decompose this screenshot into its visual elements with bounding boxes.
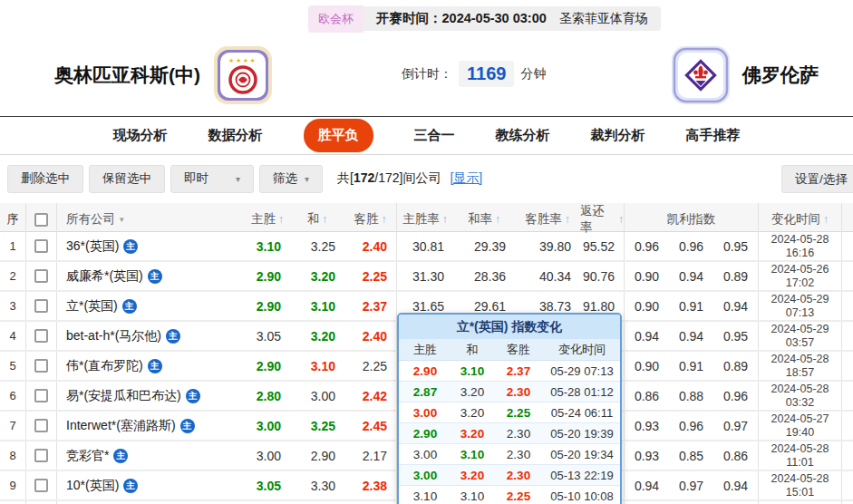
row-checkbox[interactable] (34, 389, 48, 402)
col-away-odds[interactable]: 客胜↑ (344, 203, 396, 236)
select-all-checkbox[interactable] (34, 213, 48, 227)
popup-col-home: 主胜 (399, 342, 451, 358)
row-checkbox[interactable] (34, 359, 48, 373)
rate-home: 31.30 (396, 262, 453, 290)
col-change-time[interactable]: 变化时间↑ (758, 203, 841, 236)
kelly-away: 0.96 (713, 382, 758, 410)
kelly-draw: 0.94 (669, 322, 713, 350)
row-checkbox[interactable] (34, 269, 48, 283)
col-company[interactable]: 所有公司▾ (56, 203, 245, 236)
tab-win-draw-lose[interactable]: 胜平负 (304, 119, 373, 152)
odds-away: 2.38 (344, 471, 396, 499)
home-marker-icon[interactable]: 主 (148, 359, 162, 373)
show-link[interactable]: [显示] (450, 170, 482, 187)
countdown-value: 1169 (459, 61, 514, 87)
col-draw-odds[interactable]: 和↑ (290, 203, 344, 236)
kelly-home: 0.94 (624, 471, 669, 499)
company-name[interactable]: 易*(安提瓜和巴布达) (66, 388, 181, 404)
company-name[interactable]: 竞彩官* (66, 448, 109, 464)
odds-draw: 3.20 (290, 322, 344, 350)
tab-coach-analysis[interactable]: 教练分析 (496, 127, 550, 144)
col-draw-rate[interactable]: 和率↑ (453, 203, 515, 236)
col-away-rate[interactable]: 客胜率↑ (515, 203, 580, 236)
home-marker-icon[interactable]: 主 (123, 239, 138, 254)
popup-header: 主胜 和 客胜 变化时间 (399, 339, 620, 361)
tab-three-in-one[interactable]: 三合一 (414, 127, 455, 144)
kelly-home: 0.93 (624, 441, 669, 470)
settings-button[interactable]: 设置/选择 (781, 165, 853, 193)
row-checkbox[interactable] (34, 239, 48, 253)
odds-away: 2.40 (344, 232, 396, 260)
tab-referee-analysis[interactable]: 裁判分析 (591, 127, 645, 144)
rate-return: 95.52 (580, 232, 624, 260)
home-marker-icon[interactable]: 主 (122, 299, 137, 314)
kelly-home: 0.93 (624, 412, 669, 440)
home-marker-icon[interactable]: 主 (113, 449, 128, 463)
company-name[interactable]: bet-at-h*(马尔他) (66, 328, 161, 344)
change-time: 2024-05-2818:57 (758, 352, 841, 380)
tab-expert-picks[interactable]: 高手推荐 (686, 127, 741, 144)
home-marker-icon[interactable]: 主 (186, 389, 200, 403)
odds-away: 2.25 (344, 352, 396, 380)
kelly-draw: 0.96 (669, 232, 713, 260)
tab-live-analysis[interactable]: 现场分析 (113, 127, 168, 144)
change-time: 2024-05-2803:32 (758, 382, 841, 410)
row-checkbox[interactable] (34, 449, 48, 462)
odds-home: 2.90 (245, 352, 290, 380)
change-time: 2024-05-2815:01 (758, 471, 841, 499)
col-return-rate[interactable]: 返还率↑ (580, 203, 624, 236)
chevron-down-icon: ▾ (236, 174, 240, 184)
company-name[interactable]: 36*(英国) (66, 238, 119, 255)
kickoff-time: 开赛时间：2024-05-30 03:00 (376, 10, 547, 27)
home-marker-icon[interactable]: 主 (123, 479, 138, 493)
keep-selected-button[interactable]: 保留选中 (89, 165, 165, 193)
row-checkbox[interactable] (34, 299, 48, 313)
popup-row: 3.003.202.2505-24 06:11 (399, 402, 620, 423)
company-name[interactable]: 伟*(直布罗陀) (66, 358, 143, 374)
rate-draw: 29.39 (453, 232, 515, 260)
company-name[interactable]: 威廉希*(英国) (66, 268, 143, 285)
kelly-away: 0.95 (713, 232, 758, 260)
home-marker-icon[interactable]: 主 (166, 329, 180, 344)
company-name[interactable]: 立*(英国) (66, 298, 118, 315)
kelly-draw: 0.91 (669, 292, 713, 320)
odds-home: 3.05 (245, 322, 290, 350)
row-index: 4 (0, 322, 25, 350)
col-home-rate[interactable]: 主胜率↑ (396, 203, 453, 236)
row-checkbox[interactable] (34, 419, 48, 432)
home-marker-icon[interactable]: 主 (148, 269, 162, 284)
table-row[interactable]: 2 威廉希*(英国)主 2.90 3.20 2.25 31.30 28.36 4… (0, 262, 853, 292)
row-index: 2 (0, 262, 25, 290)
odds-away: 2.45 (344, 412, 396, 440)
table-row[interactable]: 1 36*(英国)主 3.10 3.25 2.40 30.81 29.39 39… (0, 232, 853, 262)
rate-home: 30.81 (396, 232, 453, 260)
odds-home: 2.90 (245, 262, 290, 290)
odds-change-popup: 立*(英国) 指数变化 主胜 和 客胜 变化时间 2.903.102.3705-… (397, 313, 622, 504)
row-checkbox[interactable] (34, 329, 48, 343)
delete-selected-button[interactable]: 删除选中 (7, 165, 83, 193)
odds-draw: 3.30 (290, 471, 344, 499)
match-info-bar: 欧会杯 开赛时间：2024-05-30 03:00 圣索菲亚体育场 (308, 6, 661, 31)
home-team: 奥林匹亚科斯(中) ★★★★ (54, 45, 273, 105)
odds-draw: 3.25 (290, 232, 344, 260)
tab-data-analysis[interactable]: 数据分析 (208, 127, 263, 144)
col-home-odds[interactable]: 主胜↑ (245, 203, 290, 236)
home-marker-icon[interactable]: 主 (180, 419, 195, 433)
kelly-home: 0.90 (624, 292, 669, 320)
table-header: 序 所有公司▾ 主胜↑ 和↑ 客胜↑ 主胜率↑ 和率↑ 客胜率↑ 返还率↑ 凯利… (0, 203, 853, 232)
row-checkbox[interactable] (34, 479, 48, 492)
sort-asc-icon: ↑ (823, 213, 829, 226)
sort-asc-icon: ↑ (278, 213, 284, 226)
rate-away: 40.34 (515, 262, 580, 290)
kelly-draw: 0.91 (669, 352, 713, 380)
col-kelly: 凯利指数 (624, 203, 758, 236)
kelly-away: 0.94 (713, 471, 758, 499)
company-name[interactable]: Interwet*(塞浦路斯) (66, 418, 176, 434)
instant-dropdown[interactable]: 即时▾ (170, 165, 254, 193)
odds-away: 2.40 (344, 322, 396, 350)
filter-dropdown[interactable]: 筛选▾ (259, 165, 323, 193)
kelly-home: 0.90 (624, 352, 669, 380)
league-badge[interactable]: 欧会杯 (308, 5, 363, 33)
nav-tabs: 现场分析 数据分析 胜平负 三合一 教练分析 裁判分析 高手推荐 (0, 116, 853, 155)
company-name[interactable]: 10*(英国) (66, 478, 119, 494)
